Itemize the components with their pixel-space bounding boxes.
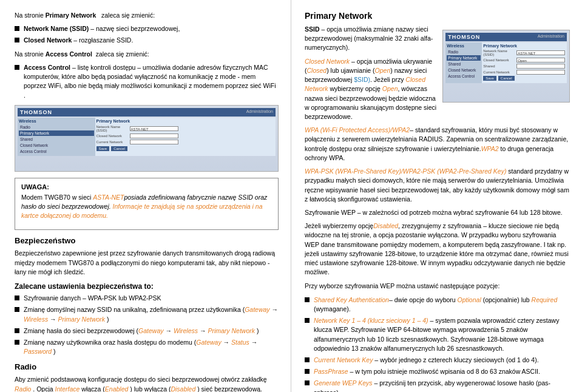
router-header: THOMSON Administration	[18, 108, 276, 117]
uwaga-box: UWAGA: Modem TWGB70 w sieci ASTA-NETposi…	[15, 178, 279, 231]
wep-option-shared-key: Shared Key Authentication– dwie opcje do…	[305, 296, 570, 314]
bullet-icon	[305, 380, 310, 385]
radio-heading: Radio	[15, 362, 279, 371]
router-screenshot-right: THOMSON Administration Wireless Radio Pr…	[442, 30, 570, 103]
menu-item-primary: Primary Network	[19, 130, 94, 136]
bullet-closed-network: Closed Network – rozgłaszanie SSID.	[15, 36, 279, 45]
admin-title: Administration	[246, 109, 273, 115]
zalecane-heading: Zalecane ustawienia bezpieczeństwa to:	[15, 282, 279, 291]
wpa-psk-para: WPA-PSK (WPA-Pre-Shared Key)/WPA2-PSK (W…	[305, 167, 570, 204]
bullet-icon	[15, 328, 19, 333]
router-body-r: Wireless Radio Primary Network Shared Cl…	[445, 42, 567, 83]
bullet-access-control: Access Control – listę kontroli dostępu …	[15, 63, 279, 100]
router-content-r: Primary Network Network Name (SSID) ASTA…	[482, 42, 567, 83]
wpa-para1: WPA (Wi-Fi Protected Access)/WPA2– stand…	[305, 126, 570, 163]
zalecane-item-1: Szyfrowanie danych – WPA-PSK lub WPA2-PS…	[15, 294, 279, 303]
router-content: Primary Network Network Name (SSID) ASTA…	[95, 118, 276, 156]
router-field-closed-r: Closed Network Open	[483, 58, 566, 63]
zalecane-item-3: Zmianę hasła do sieci bezprzewodowej (Ga…	[15, 326, 279, 336]
admin-title-r: Administration	[538, 34, 564, 40]
bullet-icon	[305, 318, 310, 323]
wep-para2: Jeżeli wybierzemy opcjęDisabled, zrezygn…	[305, 221, 570, 277]
brand-logo-r: THOMSON	[448, 34, 480, 40]
uwaga-text: Modem TWGB70 w sieci ASTA-NETposiada zde…	[21, 193, 272, 221]
wep-para1: Szyfrowanie WEP – w zależności od potrze…	[305, 208, 570, 217]
bullet-icon	[15, 340, 19, 345]
menu-item-access: Access Control	[19, 149, 94, 154]
router-field-ssid-r: Network Name (SSID) ASTA-NET	[483, 49, 566, 56]
router-buttons: Save Cancel	[96, 146, 275, 151]
uwaga-title: UWAGA:	[21, 183, 272, 191]
router-header-r: THOMSON Administration	[445, 33, 567, 41]
menu-item-access-r: Access Control	[447, 73, 481, 79]
menu-item-shared-r: Shared	[447, 61, 481, 67]
zalecane-item-4: Zmianę nazwy użytkownika oraz hasła dost…	[15, 338, 279, 356]
menu-item-radio-r: Radio	[447, 49, 481, 55]
router-body: Wireless Radio Primary Network Shared Cl…	[18, 118, 276, 156]
bezpieczenstwo-para: Bezpieczeństwo zapewnione jest przez szy…	[15, 249, 279, 277]
intro-para1: Na stronie Primary Network zaleca się zm…	[15, 11, 279, 20]
router-field-closed: Closed Network	[96, 133, 275, 138]
wep-option-current-key: Current Network Key – wybór jednego z cz…	[305, 356, 570, 365]
menu-item-shared: Shared	[19, 137, 94, 142]
router-screenshot-left: THOMSON Administration Wireless Radio Pr…	[15, 105, 279, 172]
wep-option-generate: Generate WEP Keys – przyciśnij ten przyc…	[305, 379, 570, 392]
brand-logo: THOMSON	[20, 109, 52, 115]
router-field-current-r: Current Network	[483, 70, 566, 75]
radio-para1: Aby zmienić podstawową konfigurację dost…	[15, 375, 279, 392]
bullet-icon	[15, 38, 19, 42]
bullet-icon	[15, 307, 19, 312]
router-field-current: Current Network	[96, 140, 275, 144]
primary-network-heading: Primary Network	[305, 11, 570, 21]
bullet-network-name: Network Name (SSID) – nazwę sieci bezprz…	[15, 24, 279, 33]
bullet-icon	[15, 296, 19, 300]
menu-item-closed-r: Closed Network	[447, 67, 481, 73]
right-page: Primary Network THOMSON Administration W…	[291, 0, 582, 392]
bullet-icon	[305, 369, 310, 374]
bullet-icon	[305, 297, 310, 302]
bullet-icon	[15, 26, 19, 31]
router-menu-r: Wireless Radio Primary Network Shared Cl…	[445, 42, 482, 83]
wep-option-passphrase: PassPhrase – w tym polu istnieje możliwo…	[305, 367, 570, 376]
router-menu: Wireless Radio Primary Network Shared Cl…	[18, 118, 95, 156]
wep-option-network-key: Network Key 1 – 4 (klucz sieciowy 1 – 4)…	[305, 316, 570, 353]
bullet-icon	[305, 357, 310, 362]
menu-item-primary-r: Primary Network	[447, 55, 481, 61]
router-field-shared-r: Shared	[483, 64, 566, 69]
menu-item-closed: Closed Network	[19, 143, 94, 148]
intro-para2: Na stronie Access Control zaleca się zmi…	[15, 50, 279, 59]
wep-options-intro: Przy wyborze szyfrowania WEP można ustaw…	[305, 282, 570, 291]
menu-item-radio: Radio	[19, 124, 94, 130]
bullet-icon	[15, 65, 19, 70]
zalecane-item-2: Zmianę domyślnej nazwy SSID na unikalną,…	[15, 305, 279, 323]
left-page: Na stronie Primary Network zaleca się zm…	[0, 0, 291, 392]
bezpieczenstwo-heading: Bezpieczeństwo	[15, 236, 279, 245]
router-field-ssid: Network Name (SSID) ASTA-NET	[96, 125, 275, 132]
router-buttons-r: Save Cancel	[483, 76, 566, 81]
